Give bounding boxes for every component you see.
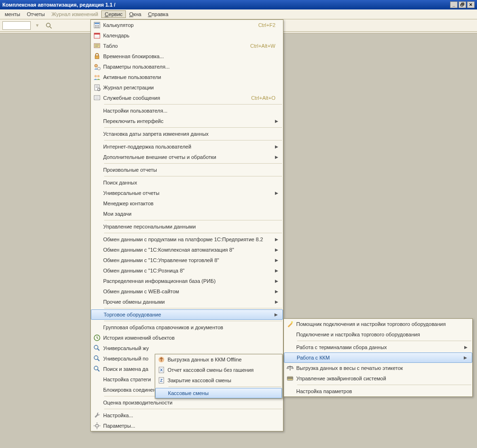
svg-point-8 [97, 26, 97, 27]
menu-сервис[interactable]: Сервис [101, 10, 126, 18]
service-item-label: Управление персональными данными [103, 224, 280, 229]
service-item-5[interactable]: Активные пользователи [91, 72, 283, 82]
toolbar-dropdown-icon[interactable]: ▾ [33, 21, 42, 30]
close-button[interactable]: ✕ [467, 1, 475, 8]
service-item-4[interactable]: Параметры пользователя... [91, 61, 283, 72]
svg-point-7 [95, 26, 96, 27]
service-item-label: Универсальный жу [103, 345, 280, 351]
toolbar-search-icon[interactable] [44, 21, 53, 30]
service-item-6[interactable]: Журнал регистрации [91, 82, 283, 93]
service-separator [104, 233, 282, 233]
service-item-label: Поиск данных [103, 180, 280, 185]
trade-item-0[interactable]: Помощник подключения и настройки торгово… [284, 319, 472, 329]
service-item-31[interactable]: Обмен данными с WEB-сайтом▶ [91, 286, 283, 297]
trade-item-label: Работа с терминалами сбора данных [296, 344, 464, 350]
service-item-7[interactable]: Служебные сообщенияCtrl+Alt+O [91, 93, 283, 103]
svg-text:X: X [160, 368, 163, 372]
service-item-label: Временная блокировка... [103, 53, 280, 59]
trade-separator [297, 385, 471, 385]
blank-icon [284, 329, 296, 340]
service-item-label: Журнал регистрации [103, 85, 280, 90]
service-item-label: Торговое оборудование [104, 312, 274, 317]
service-item-19[interactable]: Поиск данных [91, 177, 283, 188]
service-item-36[interactable]: Групповая обработка справочников и докум… [91, 322, 283, 333]
service-item-label: Настройки пользователя... [103, 108, 280, 114]
kkm-item-4[interactable]: Кассовые смены [155, 388, 282, 398]
svg-line-36 [97, 369, 99, 371]
kkm-item-label: Закрытие кассовой смены [168, 378, 279, 383]
service-item-20[interactable]: Универсальные отчеты▶ [91, 188, 283, 198]
blank-icon [91, 177, 103, 188]
trade-equipment-submenu: Помощник подключения и настройки торгово… [283, 318, 473, 397]
blank-icon [284, 342, 296, 352]
service-item-46[interactable]: Настройка... [91, 410, 283, 421]
service-item-2[interactable]: ТаблоCtrl+Alt+W [91, 41, 283, 51]
service-item-label: Обмен данными с WEB-сайтом [103, 289, 275, 294]
service-item-29[interactable]: Обмен данными с "1С:Розница 8"▶ [91, 265, 283, 276]
service-item-21[interactable]: Менеджер контактов [91, 198, 283, 209]
svg-rect-27 [94, 96, 100, 100]
submenu-arrow-icon: ▶ [275, 289, 280, 294]
blank-icon [91, 152, 103, 162]
service-item-9[interactable]: Настройки пользователя... [91, 105, 283, 116]
svg-text:Z: Z [160, 378, 163, 383]
service-item-30[interactable]: Распределенная информационная база (РИБ)… [91, 276, 283, 286]
service-item-0[interactable]: КалькуляторCtrl+F2 [91, 20, 283, 30]
blank-icon [91, 309, 104, 320]
kkm-item-2[interactable]: ZЗакрытие кассовой смены [155, 375, 282, 386]
service-item-34[interactable]: Торговое оборудование▶ [91, 309, 283, 320]
service-item-label: Параметры пользователя... [103, 64, 280, 70]
service-item-44[interactable]: Оценка производительности [91, 397, 283, 408]
wizard-icon [284, 319, 296, 329]
service-item-10[interactable]: Переключить интерфейс▶ [91, 116, 283, 126]
menu-окна[interactable]: Окна [126, 10, 145, 18]
service-item-24[interactable]: Управление персональными данными [91, 221, 283, 232]
svg-point-4 [95, 25, 96, 26]
service-item-label: Служебные сообщения [103, 95, 251, 101]
kkm-submenu: Выгрузка данных в ККМ OfflineXОтчет касс… [155, 354, 283, 399]
service-item-28[interactable]: Обмен данными с "1С:Управление торговлей… [91, 255, 283, 265]
maximize-button[interactable]: 🗗 [459, 1, 466, 8]
service-item-label: Интернет-поддержка пользователей [103, 144, 275, 149]
service-item-37[interactable]: История изменений объектов [91, 333, 283, 343]
service-item-14[interactable]: Интернет-поддержка пользователей▶ [91, 141, 283, 152]
blank-icon [91, 286, 103, 297]
menu-отчеты[interactable]: Отчеты [24, 10, 48, 18]
trade-item-8[interactable]: Настройка параметров [284, 386, 472, 396]
service-item-12[interactable]: Установка даты запрета изменения данных [91, 129, 283, 139]
service-item-27[interactable]: Обмен данными с "1С:Комплексная автомати… [91, 245, 283, 255]
submenu-arrow-icon: ▶ [274, 312, 280, 317]
menu-справка[interactable]: Справка [145, 10, 172, 18]
trade-item-3[interactable]: Работа с терминалами сбора данных▶ [284, 342, 472, 352]
submenu-arrow-icon: ▶ [275, 258, 280, 263]
kkm-item-1[interactable]: XОтчет кассовой смены без гашения [155, 365, 282, 375]
toolbar-input[interactable] [2, 21, 31, 30]
menu-менты[interactable]: менты [1, 10, 24, 18]
service-item-1[interactable]: Календарь [91, 30, 283, 41]
menu-журнал изменений[interactable]: Журнал изменений [48, 10, 102, 18]
service-item-22[interactable]: Мои задачи [91, 209, 283, 219]
minimize-button[interactable]: _ [450, 1, 458, 8]
service-item-label: Обмен данными с продуктами на платформе … [103, 237, 275, 242]
trade-item-4[interactable]: Работа с ККМ▶ [284, 352, 472, 363]
submenu-arrow-icon: ▶ [275, 279, 280, 283]
service-item-15[interactable]: Дополнительные внешние отчеты и обработк… [91, 152, 283, 162]
service-item-17[interactable]: Произвольные отчеты [91, 165, 283, 175]
blank-icon [284, 386, 296, 396]
service-item-47[interactable]: Параметры... [91, 421, 283, 431]
service-item-32[interactable]: Прочие обмены данными▶ [91, 297, 283, 307]
trade-item-6[interactable]: Управление эквайринговой системой [284, 373, 472, 384]
kkm-item-0[interactable]: Выгрузка данных в ККМ Offline [155, 354, 282, 365]
service-item-38[interactable]: Универсальный жу [91, 343, 283, 353]
user-params-icon [91, 61, 103, 72]
title-text: Комплексная автоматизация, редакция 1.1 … [2, 2, 115, 8]
service-item-3[interactable]: Временная блокировка... [91, 51, 283, 61]
trade-item-1[interactable]: Подключение и настройка торгового оборуд… [284, 329, 472, 340]
blank-icon [91, 116, 103, 126]
users-icon [91, 72, 103, 82]
svg-point-22 [97, 75, 100, 78]
trade-item-5[interactable]: Выгрузка данных в весы с печатью этикето… [284, 363, 472, 373]
calendar-icon [91, 30, 103, 41]
kkm-item-label: Кассовые смены [168, 390, 279, 396]
service-item-26[interactable]: Обмен данными с продуктами на платформе … [91, 234, 283, 245]
